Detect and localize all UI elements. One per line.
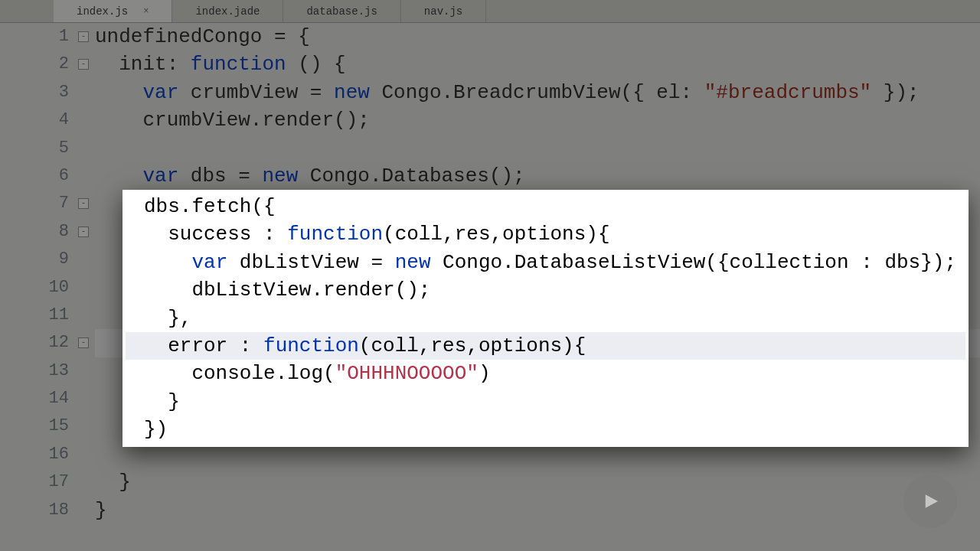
line-number: 1 <box>0 23 69 51</box>
line-number: 2 <box>0 51 69 78</box>
close-icon[interactable]: × <box>143 6 149 17</box>
code-line: }, <box>126 305 965 332</box>
line-number: 13 <box>0 357 69 385</box>
code-line: }) <box>126 416 965 443</box>
tab-label: database.js <box>306 5 377 18</box>
line-numbers: 123456789101112131415161718 <box>0 23 77 551</box>
fold-column: ----- <box>77 23 92 551</box>
fold-toggle-icon[interactable]: - <box>78 337 89 348</box>
fold-toggle-icon[interactable]: - <box>78 227 89 237</box>
code-line: console.log("OHHHNOOOOO") <box>126 360 965 387</box>
line-number: 12 <box>0 329 69 357</box>
code-line: undefinedCongo = { <box>95 23 980 51</box>
tab-label: nav.js <box>424 5 462 18</box>
code-highlight-region: dbs.fetch({ success : function(coll,res,… <box>122 190 969 447</box>
tab-label: index.jade <box>195 5 260 18</box>
code-line: var dbs = new Congo.Databases(); <box>95 162 980 190</box>
code-line-current: error : function(coll,res,options){ <box>126 332 965 360</box>
line-number: 15 <box>0 412 69 440</box>
code-line: dbListView.render(); <box>126 276 965 304</box>
code-line: } <box>95 497 980 524</box>
code-line: var crumbView = new Congo.BreadcrumbView… <box>95 79 980 106</box>
line-number: 9 <box>0 246 69 273</box>
code-line: var dbListView = new Congo.DatabaseListV… <box>126 249 965 276</box>
line-number: 4 <box>0 106 69 134</box>
play-button[interactable] <box>903 474 957 528</box>
code-line: success : function(coll,res,options){ <box>126 220 965 248</box>
code-line: } <box>95 468 980 496</box>
fold-toggle-icon[interactable]: - <box>78 31 89 42</box>
tab-label: index.js <box>77 5 128 18</box>
line-number: 5 <box>0 135 69 162</box>
line-number: 18 <box>0 497 69 524</box>
tab-index-js[interactable]: index.js × <box>54 0 172 22</box>
line-number: 16 <box>0 441 69 468</box>
code-line: } <box>126 388 965 416</box>
code-line: init: function () { <box>95 51 980 78</box>
fold-toggle-icon[interactable]: - <box>78 59 89 70</box>
line-number: 10 <box>0 274 69 302</box>
line-number: 17 <box>0 468 69 496</box>
tab-database-js[interactable]: database.js <box>283 0 400 22</box>
line-number: 3 <box>0 79 69 106</box>
play-icon <box>919 490 942 513</box>
tab-index-jade[interactable]: index.jade <box>172 0 283 22</box>
tab-bar: index.js × index.jade database.js nav.js <box>0 0 980 23</box>
code-line: dbs.fetch({ <box>126 193 965 220</box>
code-line: crumbView.render(); <box>95 106 980 134</box>
code-line <box>95 135 980 162</box>
tab-nav-js[interactable]: nav.js <box>401 0 486 22</box>
line-number: 8 <box>0 218 69 246</box>
line-number: 11 <box>0 302 69 329</box>
line-number: 7 <box>0 190 69 217</box>
line-number: 6 <box>0 162 69 190</box>
line-number: 14 <box>0 385 69 412</box>
fold-toggle-icon[interactable]: - <box>78 198 89 209</box>
